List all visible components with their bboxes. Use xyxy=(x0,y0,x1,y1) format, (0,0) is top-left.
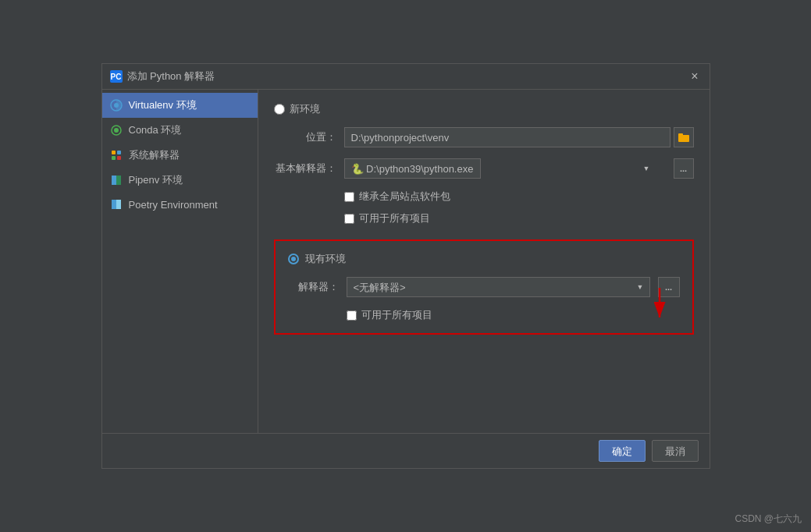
new-env-option[interactable]: 新环境 xyxy=(274,102,320,116)
svg-point-1 xyxy=(114,103,119,108)
location-label: 位置： xyxy=(274,130,336,144)
app-icon: PC xyxy=(110,70,123,83)
title-bar-left: PC 添加 Python 解释器 xyxy=(110,69,215,83)
inherit-checkbox-row: 继承全局站点软件包 xyxy=(344,190,694,204)
sidebar-item-conda[interactable]: Conda 环境 xyxy=(102,118,258,143)
existing-env-section: 现有环境 解释器： <无解释器> ... xyxy=(274,239,694,335)
close-button[interactable]: × xyxy=(688,69,701,84)
location-folder-button[interactable] xyxy=(674,127,694,147)
add-interpreter-dialog: PC 添加 Python 解释器 × Virtualenv 环境 Cond xyxy=(101,63,710,469)
conda-icon xyxy=(110,124,123,137)
red-arrow-indicator xyxy=(644,288,675,327)
svg-rect-9 xyxy=(678,133,683,137)
base-interpreter-row: 基本解释器： 🐍 D:\python39\python.exe ... xyxy=(274,158,694,179)
existing-available-row: 可用于所有项目 xyxy=(347,308,680,322)
existing-env-radio[interactable] xyxy=(288,254,299,264)
location-input-container: D:\pythonproject\venv xyxy=(344,127,694,147)
cancel-button[interactable]: 最消 xyxy=(652,440,699,462)
available-all-projects-row: 可用于所有项目 xyxy=(344,211,694,225)
existing-available-label: 可用于所有项目 xyxy=(361,308,432,322)
sidebar-label-poetry: Poetry Environment xyxy=(129,199,218,211)
sidebar: Virtualenv 环境 Conda 环境 系统解释器 xyxy=(102,90,258,433)
svg-rect-7 xyxy=(117,156,121,160)
interpreter-select[interactable]: <无解释器> xyxy=(347,277,650,297)
watermark: CSDN @七六九 xyxy=(735,512,802,526)
sidebar-label-conda: Conda 环境 xyxy=(129,123,182,137)
sidebar-label-virtualenv: Virtualenv 环境 xyxy=(129,98,197,112)
sidebar-item-pipenv[interactable]: Pipenv 环境 xyxy=(102,168,258,193)
dialog-title: 添加 Python 解释器 xyxy=(127,69,215,83)
inherit-checkbox[interactable] xyxy=(344,192,354,202)
base-interpreter-label: 基本解释器： xyxy=(274,161,336,176)
svg-point-3 xyxy=(114,128,119,133)
content-area: 新环境 位置： D:\pythonproject\venv xyxy=(258,90,710,433)
ok-button[interactable]: 确定 xyxy=(599,440,646,462)
sidebar-item-virtualenv[interactable]: Virtualenv 环境 xyxy=(102,93,258,118)
dialog-footer: 确定 最消 xyxy=(102,433,710,468)
base-interpreter-input-container: 🐍 D:\python39\python.exe ... xyxy=(344,158,694,179)
existing-available-checkbox[interactable] xyxy=(347,310,357,321)
environment-type-group: 新环境 xyxy=(274,102,694,116)
available-all-checkbox[interactable] xyxy=(344,214,354,224)
location-input[interactable]: D:\pythonproject\venv xyxy=(344,127,670,147)
virtualenv-icon xyxy=(110,99,123,112)
base-interpreter-select[interactable]: 🐍 D:\python39\python.exe xyxy=(344,158,481,179)
interpreter-label: 解释器： xyxy=(288,280,339,294)
existing-env-title: 现有环境 xyxy=(305,252,346,266)
location-row: 位置： D:\pythonproject\venv xyxy=(274,127,694,147)
dialog-body: Virtualenv 环境 Conda 环境 系统解释器 xyxy=(102,90,710,433)
new-env-radio[interactable] xyxy=(274,104,285,115)
pipenv-icon xyxy=(110,174,123,186)
base-interpreter-select-wrapper: 🐍 D:\python39\python.exe xyxy=(344,158,670,179)
available-all-label: 可用于所有项目 xyxy=(359,211,430,225)
folder-icon xyxy=(678,133,689,142)
sidebar-item-poetry[interactable]: Poetry Environment xyxy=(102,193,258,216)
existing-env-header: 现有环境 xyxy=(288,252,680,266)
base-interpreter-more-button[interactable]: ... xyxy=(674,158,694,179)
svg-rect-5 xyxy=(117,151,121,154)
inherit-label: 继承全局站点软件包 xyxy=(359,190,450,204)
svg-rect-6 xyxy=(112,156,116,160)
interpreter-row: 解释器： <无解释器> ... xyxy=(288,277,680,297)
sidebar-item-system[interactable]: 系统解释器 xyxy=(102,143,258,168)
more-btn-container: ... xyxy=(658,277,680,297)
title-bar: PC 添加 Python 解释器 × xyxy=(102,64,710,90)
svg-rect-4 xyxy=(112,151,116,154)
new-env-label: 新环境 xyxy=(290,102,320,116)
sidebar-label-pipenv: Pipenv 环境 xyxy=(129,173,183,187)
interpreter-select-wrapper: <无解释器> xyxy=(347,277,650,297)
sidebar-label-system: 系统解释器 xyxy=(129,148,180,162)
poetry-icon xyxy=(110,198,123,211)
system-icon xyxy=(110,149,123,161)
